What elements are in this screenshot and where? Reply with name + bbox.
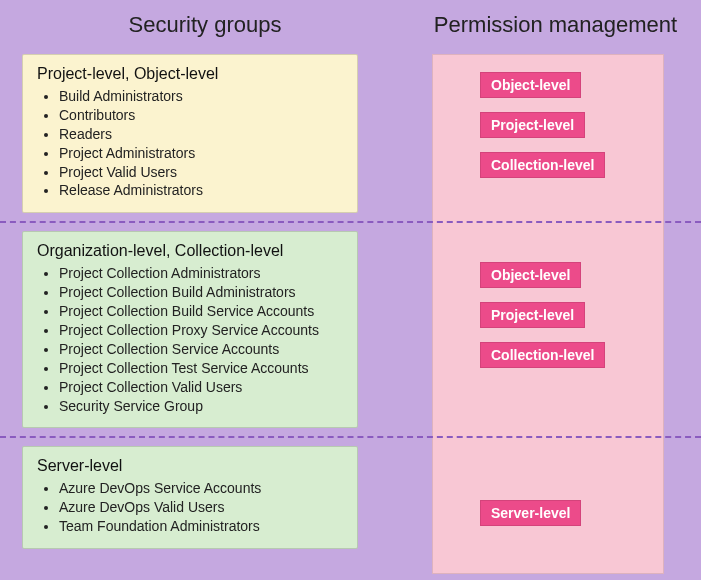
group-list-item: Azure DevOps Valid Users <box>59 498 343 517</box>
permission-tag-column: Object-levelProject-levelCollection-leve… <box>480 262 620 368</box>
group-list-item: Build Administrators <box>59 87 343 106</box>
group-list-item: Project Collection Test Service Accounts <box>59 359 343 378</box>
group-list-item: Release Administrators <box>59 181 343 200</box>
security-group-box: Project-level, Object-levelBuild Adminis… <box>22 54 358 213</box>
group-title: Organization-level, Collection-level <box>37 242 343 260</box>
group-list: Project Collection AdministratorsProject… <box>37 264 343 415</box>
permission-tag: Object-level <box>480 262 581 288</box>
group-list-item: Project Collection Administrators <box>59 264 343 283</box>
permission-tag: Project-level <box>480 112 585 138</box>
group-list-item: Project Administrators <box>59 144 343 163</box>
group-title: Server-level <box>37 457 343 475</box>
section-row: Server-levelAzure DevOps Service Account… <box>0 438 701 557</box>
group-list-item: Contributors <box>59 106 343 125</box>
group-list-item: Project Collection Valid Users <box>59 378 343 397</box>
permission-tag: Object-level <box>480 72 581 98</box>
security-group-box: Organization-level, Collection-levelProj… <box>22 231 358 428</box>
group-list-item: Azure DevOps Service Accounts <box>59 479 343 498</box>
permission-tag: Collection-level <box>480 342 605 368</box>
permission-tag-column: Server-level <box>480 500 620 526</box>
group-list-item: Project Collection Build Administrators <box>59 283 343 302</box>
group-list-item: Project Collection Proxy Service Account… <box>59 321 343 340</box>
group-list-item: Team Foundation Administrators <box>59 517 343 536</box>
group-list-item: Project Valid Users <box>59 163 343 182</box>
header-permission-management: Permission management <box>410 12 701 38</box>
security-group-box: Server-levelAzure DevOps Service Account… <box>22 446 358 549</box>
group-title: Project-level, Object-level <box>37 65 343 83</box>
header-security-groups: Security groups <box>0 12 410 38</box>
permission-tag: Project-level <box>480 302 585 328</box>
header-row: Security groups Permission management <box>0 0 701 46</box>
group-list-item: Project Collection Build Service Account… <box>59 302 343 321</box>
permission-tag: Server-level <box>480 500 581 526</box>
group-list: Azure DevOps Service AccountsAzure DevOp… <box>37 479 343 536</box>
permission-tag-column: Object-levelProject-levelCollection-leve… <box>480 72 620 178</box>
permission-tag: Collection-level <box>480 152 605 178</box>
group-list-item: Project Collection Service Accounts <box>59 340 343 359</box>
group-list: Build AdministratorsContributorsReadersP… <box>37 87 343 200</box>
group-list-item: Readers <box>59 125 343 144</box>
group-list-item: Security Service Group <box>59 397 343 416</box>
